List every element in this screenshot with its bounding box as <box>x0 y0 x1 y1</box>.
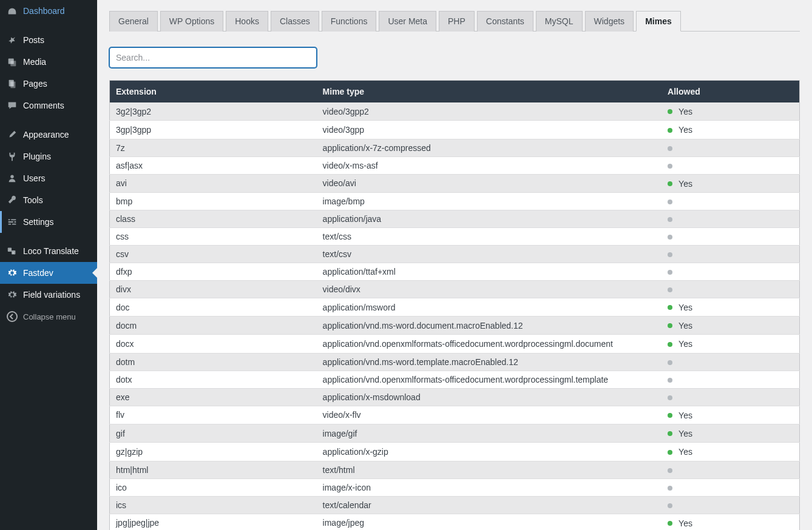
cell-mime: application/x-7z-compressed <box>317 139 662 156</box>
table-row: csvtext/csv <box>110 245 800 263</box>
dot-grey-icon <box>668 200 672 204</box>
cell-allowed <box>661 371 799 388</box>
table-row: dotmapplication/vnd.ms-word.template.mac… <box>110 353 800 371</box>
sidebar-item-fastdev[interactable]: Fastdev <box>0 262 97 284</box>
dot-grey-icon <box>668 395 672 400</box>
svg-rect-1 <box>10 61 16 66</box>
cell-mime: application/vnd.openxmlformats-officedoc… <box>317 371 662 388</box>
cell-mime: video/avi <box>317 174 662 192</box>
cell-mime: text/calendar <box>317 496 662 514</box>
tab-classes[interactable]: Classes <box>271 11 319 32</box>
cell-allowed: Yes <box>661 102 799 121</box>
allowed-yes-label: Yes <box>678 179 692 189</box>
cell-mime: video/x-ms-asf <box>317 156 662 174</box>
cell-extension: bmp <box>110 192 317 210</box>
cell-mime: application/java <box>317 210 662 227</box>
dot-green-icon <box>668 128 672 133</box>
cell-mime: image/gif <box>317 424 662 443</box>
cell-allowed: Yes <box>661 335 799 353</box>
svg-point-4 <box>10 175 13 178</box>
table-row: htm|htmltext/html <box>110 461 800 478</box>
cell-extension: jpg|jpeg|jpe <box>110 514 317 530</box>
cell-allowed <box>661 353 799 371</box>
main-content: GeneralWP OptionsHooksClassesFunctionsUs… <box>97 0 812 530</box>
dot-grey-icon <box>668 287 672 292</box>
sidebar-item-appearance[interactable]: Appearance <box>0 124 97 146</box>
cell-extension: exe <box>110 388 317 406</box>
cell-mime: application/msword <box>317 298 662 316</box>
cell-extension: doc <box>110 298 317 316</box>
tab-general[interactable]: General <box>109 11 158 32</box>
sidebar-item-label: Fastdev <box>23 268 92 278</box>
cell-mime: video/3gpp2 <box>317 102 662 121</box>
sidebar-item-settings[interactable]: Settings <box>0 211 97 233</box>
sidebar-item-tools[interactable]: Tools <box>0 189 97 211</box>
sliders-icon <box>6 216 18 228</box>
wrench-icon <box>6 194 18 206</box>
dot-green-icon <box>668 323 672 328</box>
cell-mime: video/x-flv <box>317 406 662 424</box>
sidebar-item-plugins[interactable]: Plugins <box>0 146 97 167</box>
tab-mysql[interactable]: MySQL <box>536 11 583 32</box>
tab-widgets[interactable]: Widgets <box>585 11 634 32</box>
sidebar-item-comments[interactable]: Comments <box>0 95 97 116</box>
cell-extension: docx <box>110 335 317 353</box>
allowed-yes-label: Yes <box>678 411 692 420</box>
sidebar-item-field-variations[interactable]: Field variations <box>0 284 97 306</box>
dot-grey-icon <box>668 270 672 275</box>
table-row: classapplication/java <box>110 210 800 227</box>
dot-green-icon <box>668 109 672 114</box>
cell-mime: text/csv <box>317 245 662 263</box>
search-input[interactable] <box>109 47 317 68</box>
cell-extension: asf|asx <box>110 156 317 174</box>
cell-mime: image/bmp <box>317 192 662 210</box>
table-row: icoimage/x-icon <box>110 478 800 496</box>
sidebar-item-loco-translate[interactable]: Loco Translate <box>0 240 97 262</box>
translate-icon <box>6 245 18 257</box>
cell-mime: application/vnd.openxmlformats-officedoc… <box>317 335 662 353</box>
tab-functions[interactable]: Functions <box>322 11 377 32</box>
tab-php[interactable]: PHP <box>439 11 475 32</box>
tab-user-meta[interactable]: User Meta <box>379 11 436 32</box>
tab-constants[interactable]: Constants <box>477 11 533 32</box>
cell-extension: class <box>110 210 317 227</box>
sidebar-item-media[interactable]: Media <box>0 51 97 73</box>
table-row: gz|gzipapplication/x-gzipYes <box>110 443 800 461</box>
cell-allowed: Yes <box>661 174 799 192</box>
collapse-menu[interactable]: Collapse menu <box>0 306 97 327</box>
cell-allowed: Yes <box>661 317 799 335</box>
dot-grey-icon <box>668 378 672 383</box>
sidebar-item-users[interactable]: Users <box>0 167 97 189</box>
table-row: csstext/css <box>110 227 800 245</box>
sidebar-item-posts[interactable]: Posts <box>0 29 97 51</box>
col-mime-type: Mime type <box>317 81 662 103</box>
dot-green-icon <box>668 305 672 310</box>
cell-allowed: Yes <box>661 406 799 424</box>
cell-mime: video/3gpp <box>317 121 662 139</box>
dot-grey-icon <box>668 468 672 473</box>
dot-green-icon <box>668 181 672 186</box>
cell-mime: application/ttaf+xml <box>317 263 662 280</box>
cell-allowed <box>661 478 799 496</box>
sidebar-item-dashboard[interactable]: Dashboard <box>0 0 97 22</box>
allowed-yes-label: Yes <box>678 126 692 135</box>
cell-extension: 3gp|3gpp <box>110 121 317 139</box>
sidebar-item-pages[interactable]: Pages <box>0 73 97 95</box>
table-row: exeapplication/x-msdownload <box>110 388 800 406</box>
cell-extension: 3g2|3gp2 <box>110 102 317 121</box>
tab-hooks[interactable]: Hooks <box>226 11 268 32</box>
collapse-icon <box>6 310 18 323</box>
tab-wp-options[interactable]: WP Options <box>160 11 223 32</box>
dashboard-icon <box>6 5 18 17</box>
tab-mimes[interactable]: Mimes <box>636 11 681 32</box>
col-extension: Extension <box>110 81 317 103</box>
table-row: gifimage/gifYes <box>110 424 800 443</box>
table-row: 3g2|3gp2video/3gpp2Yes <box>110 102 800 121</box>
sidebar-item-label: Plugins <box>23 152 92 161</box>
cell-extension: htm|html <box>110 461 317 478</box>
sidebar-item-label: Dashboard <box>23 6 92 16</box>
tab-bar: GeneralWP OptionsHooksClassesFunctionsUs… <box>109 11 800 32</box>
svg-rect-3 <box>10 81 15 88</box>
dot-green-icon <box>668 342 672 347</box>
admin-sidebar: DashboardPostsMediaPagesCommentsAppearan… <box>0 0 97 530</box>
